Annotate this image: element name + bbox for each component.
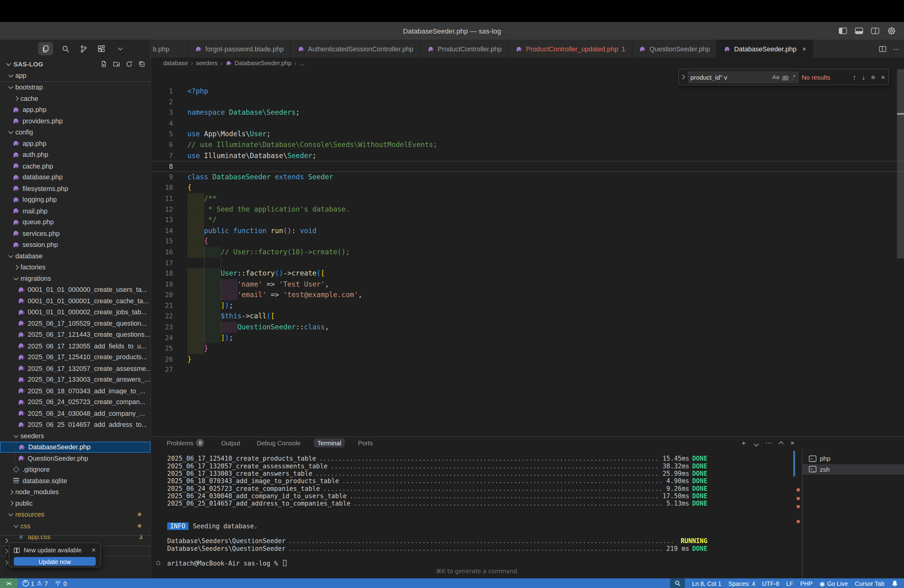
panel-tab-ports[interactable]: Ports [354,438,376,447]
tree-folder-cache[interactable]: cache [0,93,150,104]
tree-file-app-php[interactable]: app.php [0,138,150,149]
find-toggle-replace-chevron-icon[interactable] [680,75,685,79]
tree-file-database-sqlite[interactable]: database.sqlite [0,475,150,487]
tree-folder-database[interactable]: database [0,250,150,262]
tree-file-queue-php[interactable]: queue.php [0,217,150,228]
tab-close-icon[interactable]: × [802,44,806,52]
find-close-icon[interactable]: × [881,73,885,81]
status-search[interactable] [670,579,685,588]
tree-file-app-php[interactable]: app.php [0,104,150,115]
tree-file-mail-php[interactable]: mail.php [0,205,150,217]
tree-file-0001-01-01-000002-create-jobs-tab-[interactable]: 0001_01_01_000002_create_jobs_tab... [0,307,150,318]
tab-questionseeder-php[interactable]: QuestionSeeder.php [632,40,717,57]
find-input[interactable] [690,74,769,81]
editor-scrollbar[interactable] [897,69,904,258]
panel-more-icon[interactable]: ⋯ [765,439,773,447]
terminal-prompt[interactable]: aritach@MacBook-Air sas-log % [167,560,708,567]
split-editor-icon[interactable] [879,46,886,52]
tree-file-database-php[interactable]: database.php [0,172,150,183]
tree-file-services-php[interactable]: services.php [0,228,150,239]
tree-file-2025-06-24-025723-create-compan-[interactable]: 2025_06_24_025723_create_compan... [0,397,150,408]
toggle-secondary-sidebar-icon[interactable] [871,28,879,34]
tree-file-2025-06-18-070343-add-image-to-[interactable]: 2025_06_18_070343_add_image_to_... [0,385,150,397]
match-case-icon[interactable]: Aa [773,74,779,80]
close-icon[interactable]: × [92,546,96,554]
panel-close-icon[interactable]: × [790,439,795,447]
status-go-live[interactable]: ◉Go Live [819,580,848,587]
problems-status[interactable]: 1 ⚠ 7 [22,579,48,587]
panel-maximize-chevron-icon[interactable] [780,439,783,447]
refresh-icon[interactable] [125,60,133,68]
code-editor[interactable]: Aa ab .* No results ↑ ↓ ≡ × 1<?php23name… [151,68,904,436]
tree-folder-public[interactable]: public [0,498,150,509]
toggle-panel-icon[interactable] [855,28,863,34]
tab-productcontroller-php[interactable]: ProductController.php [420,40,509,57]
remote-indicator[interactable]: >< [0,579,17,588]
tree-file-0001-01-01-000000-create-users-ta-[interactable]: 0001_01_01_000000_create_users_ta... [0,284,150,295]
tree-file-0001-01-01-000001-create-cache-ta-[interactable]: 0001_01_01_000001_create_cache_ta... [0,295,150,307]
explorer-icon[interactable] [38,42,53,55]
tree-folder-migrations[interactable]: migrations [0,273,150,284]
code-area[interactable]: 1<?php23namespace Database\Seeders;45use… [151,86,904,375]
tree-folder-bootstrap[interactable]: bootstrap [0,82,150,93]
tree-file-2025-06-17-132057-create-assessme-[interactable]: 2025_06_17_132057_create_assessme... [0,363,150,374]
tree-file-2025-06-25-014657-add-address-to-[interactable]: 2025_06_25_014657_add_address_to... [0,419,150,430]
activity-more-chevron-icon[interactable] [115,44,126,54]
find-previous-icon[interactable]: ↑ [853,73,856,81]
tree-file-filesystems-php[interactable]: filesystems.php [0,183,150,194]
tree-folder-factories[interactable]: factories [0,261,150,273]
status-utf-8[interactable]: UTF-8 [762,580,779,587]
tree-file-2025-06-24-030048-add-company-[interactable]: 2025_06_24_030048_add_company_... [0,408,150,419]
tree-file-2025-06-17-121443-create-questions-[interactable]: 2025_06_17_121443_create_questions... [0,329,150,340]
find-in-selection-icon[interactable]: ≡ [871,73,875,81]
tab-databaseseeder-php[interactable]: DatabaseSeeder.php× [717,40,813,57]
tree-file-cache-php[interactable]: cache.php [0,160,150,172]
tree-file-2025-06-17-105529-create-question-[interactable]: 2025_06_17_105529_create_question... [0,318,150,329]
whole-word-icon[interactable]: ab [782,74,789,80]
search-icon[interactable] [60,44,71,54]
tab-forgot-password-blade-php[interactable]: forgot-password.blade.php [188,40,291,57]
tab-authenticatedsessioncontroller-php[interactable]: AuthenticatedSessionController.php [291,40,420,57]
tree-file-2025-06-17-125410-create-products-[interactable]: 2025_06_17_125410_create_products... [0,351,150,363]
panel-tab-output[interactable]: Output [218,438,243,447]
tree-file-auth-php[interactable]: auth.php [0,149,150,161]
regex-icon[interactable]: .* [792,74,795,80]
tree-file-2025-06-17-133003-create-answers-[interactable]: 2025_06_17_133003_create_answers_... [0,374,150,385]
status-ln-8-col-1[interactable]: Ln 8, Col 1 [692,580,721,587]
editor-more-actions-icon[interactable]: ⋯ [893,44,899,52]
terminal-dropdown-chevron-icon[interactable] [755,439,758,447]
panel-tab-problems[interactable]: Problems8 [163,438,208,448]
tree-folder-config[interactable]: config [0,127,150,138]
terminal-tab-zsh[interactable]: >_zsh [803,464,904,474]
collapse-all-icon[interactable] [138,60,146,68]
terminal[interactable]: 2025_06_17_125410_create_products_table.… [151,449,802,579]
status-bell[interactable] [891,580,898,587]
breadcrumb-item[interactable]: DatabaseSeeder.php [235,59,291,66]
update-now-button[interactable]: Update now [14,557,96,566]
terminal-tab-php[interactable]: >_php [803,453,904,464]
tab-productcontroller-updated-php[interactable]: ProductController_updated.php1 [509,40,632,57]
tree-file-databaseseeder-php[interactable]: DatabaseSeeder.php [0,441,150,453]
tree-folder-node-modules[interactable]: node_modules [0,487,150,498]
new-terminal-icon[interactable]: ＋ [740,438,747,448]
tree-folder-resources[interactable]: resources [0,509,150,520]
tree-file--gitignore[interactable]: .gitignore [0,464,150,475]
tree-folder-css[interactable]: css [0,520,150,531]
toggle-primary-sidebar-icon[interactable] [839,28,847,34]
tree-folder-seeders[interactable]: seeders [0,430,150,442]
ports-status[interactable]: 0 [55,580,67,587]
tree-file-logging-php[interactable]: logging.php [0,194,150,205]
panel-tab-debug-console[interactable]: Debug Console [253,438,304,447]
find-next-icon[interactable]: ↓ [862,73,865,81]
extensions-icon[interactable] [96,44,107,54]
panel-tab-terminal[interactable]: Terminal [314,438,345,447]
explorer-collapse-chevron-icon[interactable] [6,61,11,65]
tree-folder-app[interactable]: app [0,70,150,82]
new-file-icon[interactable] [100,60,107,68]
breadcrumb-item[interactable]: ... [299,59,304,66]
status-cursor-tab[interactable]: Cursor Tab [855,580,884,587]
tree-file-2025-06-17-123055-add-fields-to-u-[interactable]: 2025_06_17_123055_add_fields_to_u... [0,340,150,351]
breadcrumb-item[interactable]: seeders [196,59,217,66]
tree-file-questionseeder-php[interactable]: QuestionSeeder.php [0,453,150,464]
tree-file-session-php[interactable]: session.php [0,239,150,250]
